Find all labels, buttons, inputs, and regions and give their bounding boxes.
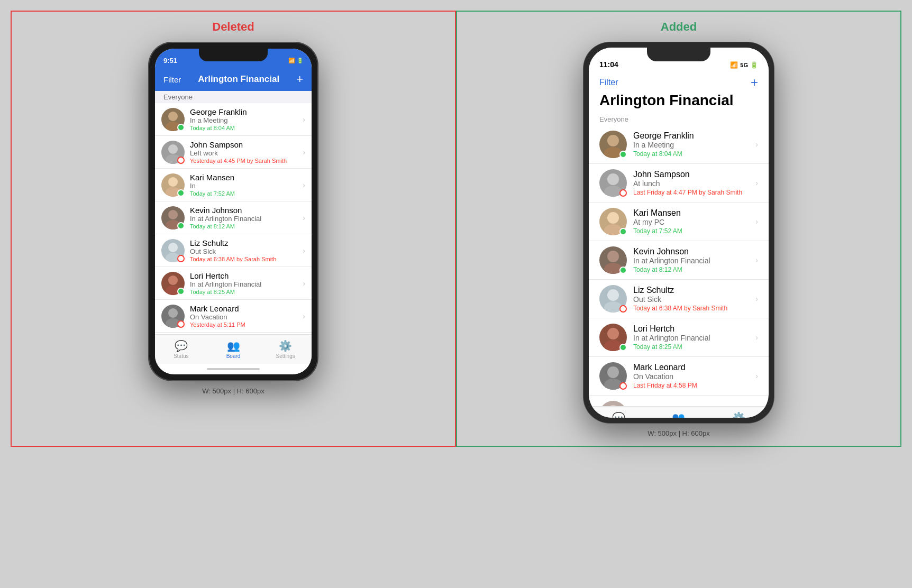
old-status-time: 9:51 xyxy=(163,57,177,65)
contact-name: John Sampson xyxy=(633,170,753,179)
old-add-button[interactable]: + xyxy=(296,72,303,86)
contact-info: Lori Hertch In at Arlington Financial To… xyxy=(190,271,300,295)
contact-info: John Sampson At lunch Last Friday at 4:4… xyxy=(633,170,753,196)
added-panel: Added 11:04 📶 5G 🔋 Filter + xyxy=(456,11,901,447)
new-filter-button[interactable]: Filter xyxy=(599,78,618,87)
status-dot-green xyxy=(177,124,185,131)
contact-info: George Franklin In a Meeting Today at 8:… xyxy=(633,131,753,158)
contact-time: Today at 8:12 AM xyxy=(633,266,753,273)
contact-item[interactable]: George Franklin In a Meeting Today at 8:… xyxy=(589,125,769,164)
chevron-icon: › xyxy=(303,246,305,255)
status-dot-red xyxy=(177,320,185,328)
avatar-wrap xyxy=(161,108,185,131)
home-bar xyxy=(207,368,260,370)
svg-point-4 xyxy=(168,177,178,187)
old-filter-button[interactable]: Filter xyxy=(163,75,181,84)
tab-board-label: Board xyxy=(226,353,241,359)
contact-item[interactable]: Lori Hertch In at Arlington Financial To… xyxy=(589,318,769,357)
contact-item[interactable]: Liz Schultz Out Sick Today at 6:38 AM by… xyxy=(155,234,312,267)
new-dimensions: W: 500px | H: 600px xyxy=(647,429,709,437)
avatar-wrap xyxy=(599,169,627,197)
contact-status: In at Arlington Financial xyxy=(633,256,753,265)
contact-status: At lunch xyxy=(633,179,753,188)
contact-time: Today at 8:04 AM xyxy=(633,150,753,158)
status-dot-red xyxy=(619,305,627,313)
avatar-wrap xyxy=(599,362,627,390)
new-notch xyxy=(647,48,710,61)
contact-name: John Sampson xyxy=(190,140,300,149)
contact-item[interactable]: Kari Mansen In Today at 7:52 AM › xyxy=(155,169,312,201)
tab-settings[interactable]: ⚙️ Settings xyxy=(259,337,312,361)
contact-name: Kari Mansen xyxy=(633,208,753,218)
contact-item[interactable]: Lori Hertch In at Arlington Financial To… xyxy=(155,267,312,300)
contact-item[interactable]: John Sampson Left work Yesterday at 4:45… xyxy=(155,136,312,169)
contact-status: In a Meeting xyxy=(190,116,300,124)
board-tab-icon: 👥 xyxy=(672,411,685,418)
svg-point-22 xyxy=(607,212,619,224)
svg-point-2 xyxy=(168,144,178,154)
contact-item[interactable]: Mark Leonard On Vacation Last Friday at … xyxy=(589,357,769,396)
svg-point-24 xyxy=(607,251,619,262)
tab-status[interactable]: 💬 Status xyxy=(589,409,649,418)
contact-name: Kevin Johnson xyxy=(190,206,300,215)
old-dimensions: W: 500px | H: 600px xyxy=(202,387,264,395)
new-tab-bar: 💬 Status 👥 Board ⚙️ Settings xyxy=(589,406,769,418)
tab-board[interactable]: 👥 Board xyxy=(207,337,260,361)
svg-point-8 xyxy=(168,243,178,252)
contact-info: Liz Schultz Out Sick Today at 6:38 AM by… xyxy=(633,286,753,312)
contact-item[interactable]: Samantha Jansen Out › xyxy=(589,396,769,406)
old-notch xyxy=(199,49,268,61)
contact-item[interactable]: Kevin Johnson In at Arlington Financial … xyxy=(155,201,312,234)
contact-name: George Franklin xyxy=(190,107,300,116)
contact-item[interactable]: Liz Schultz Out Sick Today at 6:38 AM by… xyxy=(589,280,769,318)
status-dot-green xyxy=(177,288,185,295)
new-phone: 11:04 📶 5G 🔋 Filter + Arlington Financia… xyxy=(583,42,774,423)
old-tab-bar: 💬 Status 👥 Board ⚙️ Settings xyxy=(155,334,312,364)
signal-icon: 📶 xyxy=(730,61,738,69)
contact-status: On Vacation xyxy=(633,372,753,381)
avatar-wrap xyxy=(599,324,627,351)
contact-status: In at Arlington Financial xyxy=(190,280,300,288)
contact-time: Today at 7:52 AM xyxy=(633,227,753,235)
contact-time: Today at 8:25 AM xyxy=(633,343,753,351)
chevron-icon: › xyxy=(755,333,758,342)
contact-item[interactable]: Kari Mansen At my PC Today at 7:52 AM › xyxy=(589,203,769,241)
status-tab-icon: 💬 xyxy=(612,411,625,418)
tab-board[interactable]: 👥 Board xyxy=(649,409,708,418)
contact-item[interactable]: John Sampson At lunch Last Friday at 4:4… xyxy=(589,164,769,203)
chevron-icon: › xyxy=(303,214,305,222)
svg-point-30 xyxy=(607,366,619,378)
new-nav-title: Arlington Financial xyxy=(589,92,769,113)
contact-info: John Sampson Left work Yesterday at 4:45… xyxy=(190,140,300,164)
old-home-indicator xyxy=(155,364,312,374)
contact-name: Lori Hertch xyxy=(190,271,300,280)
tab-status[interactable]: 💬 Status xyxy=(155,337,207,361)
status-dot-green xyxy=(177,222,185,229)
avatar-wrap xyxy=(599,208,627,235)
chevron-icon: › xyxy=(755,256,758,264)
chevron-icon: › xyxy=(755,140,758,149)
status-dot-red xyxy=(177,157,185,164)
contact-item[interactable]: Kevin Johnson In at Arlington Financial … xyxy=(589,241,769,280)
svg-point-0 xyxy=(168,112,178,121)
contact-time: Last Friday at 4:47 PM by Sarah Smith xyxy=(633,189,753,196)
contact-item[interactable]: Mark Leonard On Vacation Yesterday at 5:… xyxy=(155,300,312,333)
new-screen: 11:04 📶 5G 🔋 Filter + Arlington Financia… xyxy=(589,48,769,418)
tab-status-label: Status xyxy=(174,353,188,359)
chevron-icon: › xyxy=(755,179,758,187)
contact-info: Mark Leonard On Vacation Yesterday at 5:… xyxy=(190,304,300,328)
contact-item[interactable]: Samantha Jansen Out Yesterday at 5:05 PM… xyxy=(155,333,312,334)
new-add-button[interactable]: + xyxy=(751,75,758,90)
contact-status: In xyxy=(190,182,300,190)
contact-item[interactable]: George Franklin In a Meeting Today at 8:… xyxy=(155,103,312,136)
status-dot-green xyxy=(619,228,627,235)
new-content: Everyone George Franklin xyxy=(589,113,769,418)
contact-status: In at Arlington Financial xyxy=(633,334,753,342)
contact-name: Kevin Johnson xyxy=(633,247,753,256)
tab-settings[interactable]: ⚙️ Settings xyxy=(709,409,769,418)
old-nav-title: Arlington Financial xyxy=(198,74,279,85)
contact-time: Today at 7:52 AM xyxy=(190,190,300,197)
chevron-icon: › xyxy=(303,115,305,124)
old-nav-bar: Filter Arlington Financial + xyxy=(155,68,312,91)
contact-status: On Vacation xyxy=(190,313,300,321)
